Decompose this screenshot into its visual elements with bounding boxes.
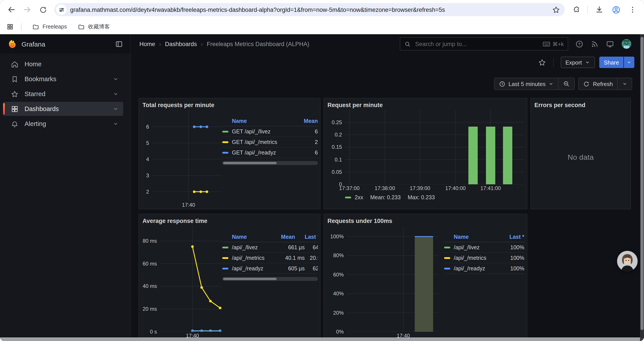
legend-row[interactable]: /api/_/livez100% [444,242,524,253]
panel-title[interactable]: Requests under 100ms [328,217,392,224]
bookmark-label: 收藏博客 [88,23,110,31]
sidebar-item-bookmarks[interactable]: Bookmarks [3,72,123,86]
grafana-main: HomeBookmarksStarredDashboardsAlerting E… [0,54,644,341]
panel-title[interactable]: Errors per second [534,102,586,108]
sidebar-item-dashboards[interactable]: Dashboards [3,102,123,116]
legend-row[interactable]: /api/_/livez661 µs646 µs [222,242,318,253]
horizontal-scrollbar[interactable] [0,337,640,341]
help-icon[interactable]: ? [575,40,584,48]
legend-row[interactable]: GET /api/_/metrics2 [222,137,318,147]
series-name[interactable]: GET /api/_/readyz [232,149,276,156]
legend-scrollbar-thumb[interactable] [223,278,277,280]
reload-button[interactable] [36,3,50,17]
series-name[interactable]: /api/_/readyz [232,265,263,271]
chevron-down-icon[interactable] [113,91,119,97]
search-input[interactable] [414,40,539,48]
legend-scrollbar[interactable] [222,277,318,281]
vertical-scrollbar[interactable] [640,34,644,338]
series-name[interactable]: GET /api/_/metrics [232,139,277,145]
refresh-interval-button[interactable] [618,78,632,90]
series-name[interactable]: /api/_/livez [454,244,480,250]
url-text[interactable]: grafana.mathmast.com/d/deytv4rwavabkb/fr… [70,6,548,13]
extensions-button[interactable] [569,3,583,17]
zoom-out-button[interactable] [559,78,575,90]
dock-menu-toggle-icon[interactable] [115,40,123,48]
sidebar-item-home[interactable]: Home [3,57,123,71]
legend-row[interactable]: /api/_/readyz605 µs620 µs [222,263,318,274]
legend-row[interactable]: /api/_/metrics100% [444,253,524,263]
bookmark-folder-blogs[interactable]: 收藏博客 [74,22,113,32]
export-button[interactable]: Export [560,57,595,68]
user-avatar[interactable] [621,39,632,49]
series-name[interactable]: /api/_/readyz [454,265,485,271]
legend-column-header[interactable]: Name [444,234,502,240]
site-settings-icon[interactable] [56,5,67,15]
chevron-down-icon[interactable] [113,121,119,127]
chevron-down-icon[interactable] [113,76,119,82]
series-name[interactable]: GET /api/_/livez [232,128,270,135]
series-value: 20.5 ms [305,255,318,261]
back-button[interactable] [4,3,18,17]
share-menu-button[interactable] [624,57,634,68]
breadcrumb-home[interactable]: Home [140,41,155,47]
share-button[interactable]: Share [600,57,624,68]
refresh-button[interactable]: Refresh [578,78,618,90]
chevron-down-icon[interactable] [113,106,119,112]
legend-column-header[interactable]: Mean [292,118,318,124]
time-range-button[interactable]: Last 5 minutes [494,78,559,90]
time-controls: Last 5 minutes Refresh [494,78,632,90]
news-rss-icon[interactable] [590,40,599,48]
legend-column-header[interactable]: Last * [295,234,318,240]
series-name[interactable]: /api/_/livez [232,244,258,250]
bookmark-star-icon[interactable] [552,6,560,14]
downloads-button[interactable] [592,3,606,17]
refresh-icon [583,81,590,87]
legend-row[interactable]: /api/_/readyz100% [444,263,524,274]
series-value: 2 [292,139,318,145]
sidebar-item-alerting[interactable]: Alerting [3,117,123,131]
legend-column-header[interactable]: Mean [268,234,295,240]
plot[interactable]: 0%20%40%60%80%100%17:40 [328,226,439,340]
panel-title[interactable]: Request per minute [328,102,383,108]
grafana-nav-right: ⌘+k ? [400,37,644,51]
kiosk-monitor-icon[interactable] [606,40,614,48]
series-color-pill [222,257,228,259]
plot[interactable]: 00.050.10.150.20.2517:37:0017:38:0017:39… [328,110,524,191]
legend-row[interactable]: GET /api/_/readyz6 [222,147,318,158]
favorite-star-icon[interactable] [538,58,546,67]
browser-menu-button[interactable] [626,3,640,17]
legend-table: NameLast */api/_/livez100%/api/_/metrics… [444,232,524,340]
legend-column-header[interactable]: Name [222,234,268,240]
extension-avatar-widget[interactable] [617,251,638,272]
series-name[interactable]: 2xx [355,194,363,201]
legend-scrollbar-thumb[interactable] [223,162,277,164]
sidebar-item-starred[interactable]: Starred [3,87,123,101]
panel-title[interactable]: Average response time [142,217,207,224]
panel-title[interactable]: Total requests per minute [142,102,214,108]
y-tick-label: 0.15 [332,144,342,150]
legend-column-header[interactable]: Name [222,118,292,124]
apps-grid-icon[interactable] [6,23,14,31]
profile-button[interactable] [609,3,623,17]
share-split-button: Share [600,57,634,68]
series-value: 646 µs [305,244,318,250]
vertical-scrollbar-thumb[interactable] [640,37,644,330]
svg-text:?: ? [578,42,581,46]
forward-button[interactable] [20,3,34,17]
legend-column-header[interactable]: Last * [502,234,524,240]
y-tick-label: 0 s [150,329,157,335]
y-tick-label: 0.05 [332,169,342,175]
url-bar[interactable]: grafana.mathmast.com/d/deytv4rwavabkb/fr… [54,3,565,16]
breadcrumb-dashboards[interactable]: Dashboards [165,41,197,47]
series-name[interactable]: /api/_/metrics [454,255,486,261]
search-box[interactable]: ⌘+k [400,37,568,51]
plot[interactable]: 0 s20 ms40 ms60 ms80 ms17:40 [142,226,222,340]
legend-row[interactable]: /api/_/metrics40.1 ms20.5 ms [222,253,318,263]
legend-row[interactable]: GET /api/_/livez6 [222,126,318,137]
legend-scrollbar[interactable] [222,161,318,165]
plot[interactable]: 2345617:40 [142,110,222,208]
series-color-pill [345,197,351,198]
bookmark-folder-freeleaps[interactable]: Freeleaps [28,22,70,32]
series-name[interactable]: /api/_/metrics [232,255,264,261]
legend-inline[interactable]: 2xxMean: 0.233Max: 0.233 [345,194,524,201]
